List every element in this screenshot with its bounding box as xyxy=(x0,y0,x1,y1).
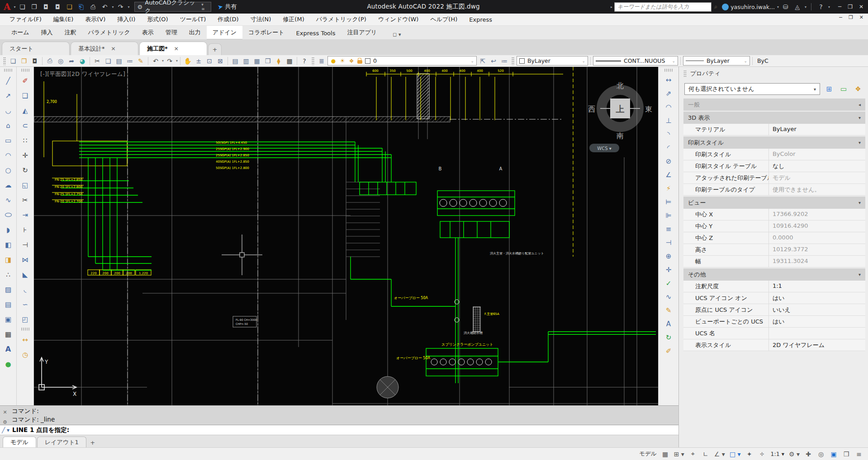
properties-header[interactable]: プロパティ xyxy=(679,67,868,80)
autodesk-chevron[interactable]: ▾ xyxy=(805,5,806,9)
dim-jog-line[interactable]: ∿ xyxy=(662,290,675,304)
doc-restore-button[interactable]: ❐ xyxy=(849,14,853,20)
model-tab[interactable]: モデル xyxy=(3,437,36,447)
workspace-chevron[interactable]: ▾ ≡ xyxy=(201,2,208,11)
menu-item[interactable]: 修正(M) xyxy=(277,14,310,25)
property-row[interactable]: UCS アイコン オン はい xyxy=(683,292,865,304)
customization-icon[interactable]: ≡ xyxy=(854,449,864,459)
property-row[interactable]: 中心 Y 10916.4290 xyxy=(683,221,865,232)
collapse-icon[interactable]: ◂ xyxy=(859,102,861,107)
file-tab-start[interactable]: スタート xyxy=(2,42,70,55)
save-icon[interactable]: ◘ xyxy=(30,56,40,66)
doc-minimize-button[interactable]: ─ xyxy=(839,14,842,20)
save-as-icon[interactable]: ◘ xyxy=(53,2,63,12)
file-tab-sekou[interactable]: 施工図* ✕ xyxy=(139,42,207,55)
property-row[interactable]: ビューポートごとの UCS はい xyxy=(683,316,865,328)
toolbar-grip[interactable] xyxy=(512,57,514,65)
property-row[interactable]: 高さ 10129.3772 xyxy=(683,244,865,256)
dim-style[interactable]: ✐ xyxy=(662,344,675,358)
isolate-objects-icon[interactable]: ◎ xyxy=(816,449,826,459)
linetype-combo-chevron[interactable]: ⌄ xyxy=(672,59,675,63)
drawing-canvas[interactable]: [-][平面図][2D ワイヤフレーム] xyxy=(34,67,658,405)
chamfer-tool[interactable]: ◣ xyxy=(19,267,32,282)
dim-tolerance[interactable]: ⊕ xyxy=(662,249,675,263)
new-tab-button[interactable]: + xyxy=(208,43,222,55)
ribbon-tab[interactable]: Express Tools xyxy=(290,27,342,39)
layer-states-icon[interactable]: ≔ xyxy=(499,56,509,66)
plotstyle-combo[interactable]: ByC xyxy=(755,56,778,66)
layer-previous-icon[interactable]: ↩ xyxy=(489,56,498,66)
cart-icon[interactable]: ⛁ xyxy=(781,2,791,12)
close-button[interactable]: ✕ xyxy=(859,4,863,10)
extend-tool[interactable]: ⇥ xyxy=(19,207,32,222)
open-icon[interactable]: ❐ xyxy=(29,2,39,12)
quickcalc-icon[interactable]: ▩ xyxy=(285,56,294,66)
ribbon-tab[interactable]: 管理 xyxy=(160,26,183,39)
new-icon[interactable]: ❏ xyxy=(8,56,18,66)
insert-block-tool[interactable]: ◧ xyxy=(1,237,15,252)
toolbar-grip[interactable] xyxy=(21,69,30,72)
dim-aligned[interactable]: ⇗ xyxy=(662,87,675,100)
menu-item[interactable]: 表示(V) xyxy=(79,14,111,25)
help-icon[interactable]: ? xyxy=(816,2,826,12)
layer-properties-manager-icon[interactable]: ≣ xyxy=(317,56,327,66)
ribbon-tab[interactable]: 注目アプリ xyxy=(341,26,383,39)
toolbar-grip[interactable] xyxy=(664,69,673,72)
gradient-tool[interactable]: ▤ xyxy=(1,297,15,312)
title-expand-arrow[interactable]: ▸ xyxy=(611,5,612,9)
ribbon-tab[interactable]: 表示 xyxy=(136,26,160,39)
property-row[interactable]: 中心 Z 0.0000 xyxy=(683,232,865,244)
lineweight-combo-chevron[interactable]: ⌄ xyxy=(744,59,747,63)
new-layout-button[interactable]: + xyxy=(87,437,98,447)
ortho-icon[interactable]: ∟ xyxy=(700,449,711,459)
menu-item[interactable]: ファイル(F) xyxy=(4,14,47,25)
designcenter-icon[interactable]: ▥ xyxy=(241,56,251,66)
region-tool[interactable]: ▣ xyxy=(1,312,15,327)
redo-chevron[interactable]: ▾ xyxy=(176,59,178,63)
line-tool[interactable]: ╱ xyxy=(1,73,15,88)
print-icon[interactable]: ⎙ xyxy=(45,56,55,66)
dynamic-input-icon[interactable]: ⌖ xyxy=(688,449,698,459)
dim-angular[interactable]: ∠ xyxy=(662,168,675,182)
paste-icon[interactable]: ▤ xyxy=(114,56,124,66)
batch-plot-icon[interactable]: ❏ xyxy=(65,2,75,12)
menu-item[interactable]: 編集(E) xyxy=(47,14,79,25)
ellipse-arc-tool[interactable]: ◗ xyxy=(1,222,15,237)
dim-quick[interactable]: ⚡ xyxy=(662,182,675,195)
make-block-tool[interactable]: ◨ xyxy=(1,252,15,267)
undo-chevron[interactable]: ▾ xyxy=(162,59,164,63)
print-preview-icon[interactable]: ◎ xyxy=(56,56,66,66)
toolbar-grip[interactable] xyxy=(312,57,314,65)
command-history[interactable]: ✕ ⚙ コマンド: コマンド: _line xyxy=(0,405,678,425)
mirror-tool[interactable]: ◭ xyxy=(19,103,32,118)
clean-screen-icon[interactable]: ❒ xyxy=(841,449,852,459)
osnap-icon[interactable]: □ ▾ xyxy=(728,449,742,459)
dim-break[interactable]: ⊣ xyxy=(662,236,675,249)
model-space-button[interactable]: モデル xyxy=(638,449,658,459)
section-header-general[interactable]: 一般 ◂ xyxy=(683,99,865,111)
dim-continue[interactable]: ⊫ xyxy=(662,209,675,222)
dim-ordinate[interactable]: ⊥ xyxy=(662,114,675,127)
explode-tool[interactable]: ◰ xyxy=(19,312,32,327)
redo-icon[interactable]: ↷ xyxy=(165,56,175,66)
quick-select-icon[interactable]: ❖ xyxy=(853,84,863,94)
annotation-scale[interactable]: 1:1 ▾ xyxy=(769,449,786,459)
workspace-gear-icon[interactable]: ⚙ ▾ xyxy=(787,449,801,459)
selection-combo-chevron[interactable]: ▾ xyxy=(814,87,816,92)
grid-icon[interactable]: ▦ xyxy=(660,449,671,459)
undo-icon[interactable]: ↶ xyxy=(100,2,110,12)
dim-inspection[interactable]: ✓ xyxy=(662,277,675,290)
collapse-icon[interactable]: ▾ xyxy=(859,200,861,205)
toolbar-grip[interactable] xyxy=(4,69,13,72)
palette-grip[interactable] xyxy=(683,70,687,77)
menu-item[interactable]: パラメトリック(P) xyxy=(310,14,372,25)
save-icon[interactable]: ◘ xyxy=(41,2,51,12)
revision-cloud-tool[interactable]: ☁ xyxy=(1,178,15,192)
select-objects-icon[interactable]: ▭ xyxy=(838,84,849,94)
graphics-performance-icon[interactable]: ▣ xyxy=(828,449,839,459)
property-row[interactable]: UCS 名 xyxy=(683,328,865,339)
ribbon-tab[interactable]: 出力 xyxy=(183,26,207,39)
model-space-drawing[interactable]: 北南西東上WCS ▾YX6003505004004004004005202,70… xyxy=(34,67,658,405)
point-style-tool[interactable]: ● xyxy=(1,357,15,371)
search-input[interactable]: キーワードまたは語句を入力 xyxy=(614,2,711,12)
